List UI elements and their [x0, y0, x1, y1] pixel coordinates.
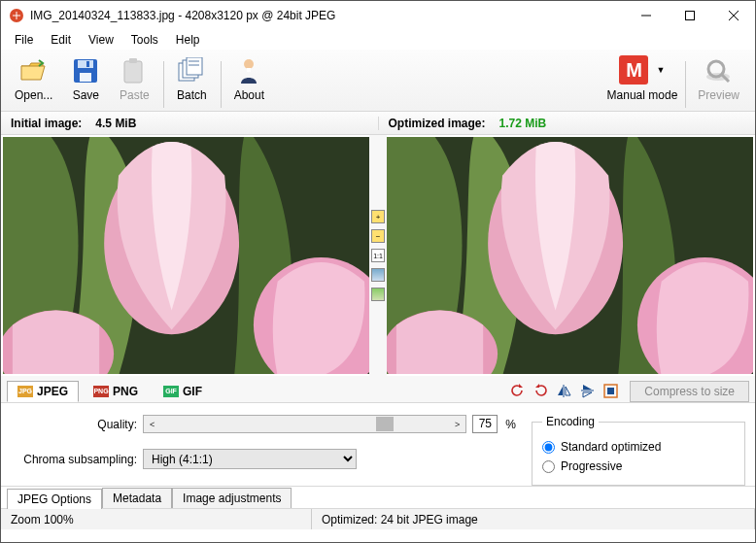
quality-label: Quality: — [11, 418, 137, 431]
svg-rect-9 — [124, 61, 142, 83]
enc-standard-label: Standard optimized — [561, 440, 661, 454]
tab-gif-label: GIF — [183, 385, 202, 398]
tab-png[interactable]: PNG PNG — [83, 381, 149, 402]
percent-label: % — [503, 418, 516, 431]
status-bar: Zoom 100% Optimized: 24 bit JPEG image — [1, 508, 755, 529]
app-icon — [9, 8, 24, 23]
open-label: Open... — [15, 88, 52, 102]
batch-button[interactable]: Batch — [168, 53, 215, 104]
about-label: About — [234, 88, 264, 102]
paste-button: Paste — [111, 53, 157, 104]
person-about-icon — [233, 55, 264, 86]
subtab-metadata[interactable]: Metadata — [102, 488, 172, 508]
open-button[interactable]: Open... — [7, 53, 60, 104]
optimized-size-value: 1.72 MiB — [499, 117, 547, 130]
chroma-label: Chroma subsampling: — [11, 453, 137, 466]
svg-rect-13 — [187, 57, 202, 75]
svg-rect-10 — [129, 58, 137, 63]
preview-label: Preview — [698, 88, 739, 102]
size-bar: Initial image: 4.5 MiB Optimized image: … — [1, 112, 755, 135]
encoding-legend: Encoding — [542, 415, 599, 428]
chroma-select[interactable]: High (4:1:1) — [143, 449, 357, 469]
menu-view[interactable]: View — [81, 31, 121, 49]
status-optimized: Optimized: 24 bit JPEG image — [312, 509, 755, 529]
subtab-jpeg-options[interactable]: JPEG Options — [7, 489, 102, 509]
toolbar-separator — [163, 61, 164, 108]
quality-value-input[interactable]: 75 — [472, 415, 498, 433]
tab-jpeg-label: JPEG — [37, 385, 68, 398]
encoding-progressive-radio[interactable]: Progressive — [542, 459, 735, 473]
floppy-save-icon — [70, 55, 101, 86]
toolbar-separator — [685, 61, 686, 108]
slider-right-arrow-icon[interactable]: > — [455, 420, 460, 429]
maximize-button[interactable] — [668, 1, 711, 30]
format-tab-row: JPG JPEG PNG PNG GIF GIF Compress to siz… — [1, 376, 755, 403]
svg-point-16 — [244, 59, 254, 69]
optimized-preview-pane[interactable] — [387, 137, 753, 374]
menu-bar: File Edit View Tools Help — [1, 30, 755, 50]
window-title: IMG_20140324_113833.jpg - 4208x3120 px @… — [30, 9, 624, 22]
menu-edit[interactable]: Edit — [43, 31, 79, 49]
toolbar: Open... Save Paste Batch About M ▼ Manua… — [1, 50, 755, 112]
radio-standard[interactable] — [542, 441, 555, 454]
folder-open-icon — [18, 55, 50, 86]
preview-gutter: + − 1:1 — [369, 135, 387, 376]
menu-tools[interactable]: Tools — [123, 31, 166, 49]
svg-rect-2 — [685, 12, 694, 20]
minimize-button[interactable] — [624, 1, 668, 30]
zoom-in-icon[interactable]: + — [371, 210, 385, 223]
mode-m-icon: M — [619, 55, 648, 85]
zoom-out-icon[interactable]: − — [371, 229, 385, 243]
preview-area: + − 1:1 — [1, 135, 755, 376]
compress-to-size-button[interactable]: Compress to size — [630, 381, 749, 402]
svg-rect-30 — [607, 388, 614, 394]
enc-progressive-label: Progressive — [561, 459, 622, 473]
png-badge-icon: PNG — [93, 386, 109, 397]
options-panel: Quality: < > 75 % Chroma subsampling: Hi… — [1, 403, 755, 487]
initial-preview-pane[interactable] — [3, 137, 369, 374]
paste-label: Paste — [120, 88, 150, 102]
preview-button: Preview — [690, 53, 747, 104]
encoding-group: Encoding Standard optimized Progressive — [532, 415, 745, 486]
jpeg-badge-icon: JPG — [17, 386, 33, 397]
mode-label: Manual mode — [607, 88, 678, 102]
title-bar: IMG_20140324_113833.jpg - 4208x3120 px @… — [1, 1, 755, 30]
status-zoom: Zoom 100% — [1, 509, 312, 529]
pan-tool-icon[interactable] — [371, 288, 385, 301]
compress-label: Compress to size — [644, 385, 735, 398]
optimized-size-label: Optimized image: — [389, 117, 486, 130]
menu-file[interactable]: File — [7, 31, 41, 49]
magnifier-preview-icon — [704, 55, 735, 86]
slider-thumb[interactable] — [376, 417, 394, 431]
initial-size-value: 4.5 MiB — [95, 117, 136, 130]
clipboard-paste-icon — [119, 55, 150, 86]
rotate-ccw-icon[interactable] — [507, 382, 527, 401]
batch-stack-icon — [176, 55, 207, 86]
chevron-down-icon: ▼ — [656, 65, 665, 75]
subtab-image-adjustments[interactable]: Image adjustments — [172, 488, 292, 508]
mode-dropdown[interactable]: M ▼ Manual mode — [603, 53, 682, 104]
sub-tab-row: JPEG Options Metadata Image adjustments — [1, 487, 755, 508]
save-label: Save — [73, 88, 99, 102]
batch-label: Batch — [177, 88, 207, 102]
toolbar-separator — [221, 61, 222, 108]
tab-gif[interactable]: GIF GIF — [153, 381, 213, 402]
encoding-standard-radio[interactable]: Standard optimized — [542, 440, 735, 454]
quality-slider[interactable]: < > — [143, 415, 466, 433]
flip-vertical-icon[interactable] — [577, 382, 597, 401]
close-button[interactable] — [711, 1, 755, 30]
flip-horizontal-icon[interactable] — [554, 382, 573, 401]
svg-rect-8 — [86, 61, 89, 67]
svg-rect-7 — [80, 73, 91, 82]
slider-left-arrow-icon[interactable]: < — [150, 420, 155, 429]
fit-window-icon[interactable] — [371, 268, 385, 282]
about-button[interactable]: About — [225, 53, 272, 104]
menu-help[interactable]: Help — [168, 31, 208, 49]
tab-jpeg[interactable]: JPG JPEG — [7, 381, 79, 402]
gif-badge-icon: GIF — [163, 386, 179, 397]
fit-screen-icon[interactable] — [601, 382, 620, 401]
rotate-cw-icon[interactable] — [531, 382, 550, 401]
radio-progressive[interactable] — [542, 460, 555, 473]
save-button[interactable]: Save — [62, 53, 109, 104]
zoom-1to1-button[interactable]: 1:1 — [371, 249, 385, 262]
